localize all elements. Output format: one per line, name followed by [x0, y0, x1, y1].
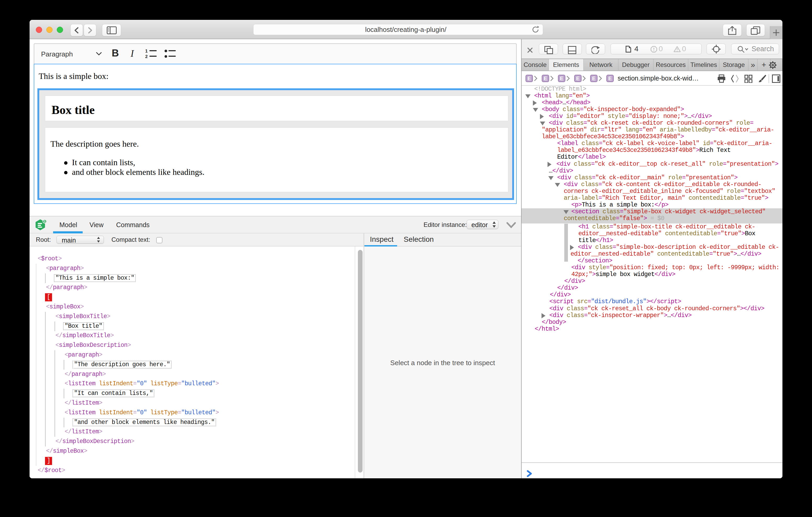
svg-text:2: 2	[145, 54, 148, 59]
svg-text:5: 5	[44, 220, 46, 223]
svg-text:1: 1	[145, 49, 148, 54]
